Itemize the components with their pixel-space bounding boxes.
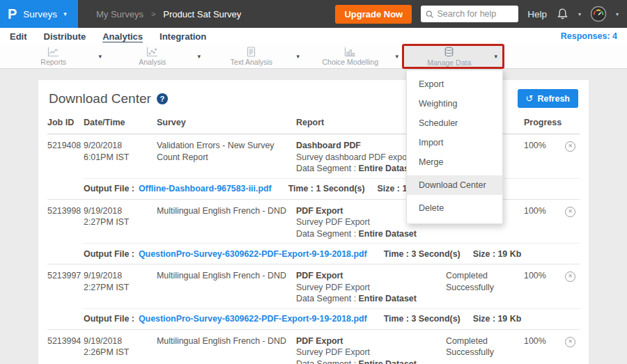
job-datetime: 9/19/2018 2:27PM IST	[84, 270, 157, 305]
job-progress: 100%	[524, 205, 560, 240]
chevron-down-icon[interactable]: ▾	[395, 53, 404, 60]
toolbar-item-manage-data[interactable]: Manage Data ▾	[404, 45, 503, 68]
tab-analytics[interactable]: Analytics	[102, 31, 143, 42]
analytics-toolbar: Reports ▾ Analysis ▾ Text Analysis ▾ Cho…	[0, 45, 627, 69]
toolbar-item-text-analysis[interactable]: Text Analysis ▾	[206, 45, 305, 68]
data-segment: Data Segment : Entire Dataset	[296, 228, 439, 240]
job-status: Completed Successfully	[446, 335, 524, 364]
toolbar-manage-data-main: Manage Data	[404, 45, 494, 68]
table-row: 5213997 9/19/2018 2:27PM IST Multilingua…	[47, 264, 580, 330]
job-progress: 100%	[524, 335, 560, 364]
data-segment: Data Segment : Entire Dataset	[296, 358, 439, 364]
job-output-row: Output File : QuestionPro-Survey-6309622…	[84, 309, 580, 329]
output-file-link[interactable]: QuestionPro-Survey-6309622-PDF-Export-9-…	[139, 314, 367, 324]
toolbar-item-choice-modelling[interactable]: Choice Modelling ▾	[305, 45, 404, 68]
main-content: Download Center ? ↺ Refresh Job ID Date/…	[0, 69, 627, 364]
job-id: 5213994	[47, 335, 84, 364]
cancel-job-icon[interactable]	[565, 141, 575, 152]
questionpro-app: P Surveys ▾ My Surveys > Product Sat Sur…	[0, 0, 627, 364]
breadcrumb-my-surveys[interactable]: My Surveys	[96, 9, 144, 19]
help-question-icon[interactable]: ?	[157, 93, 168, 104]
toolbar-label: Reports	[40, 58, 66, 66]
header-job-id: Job ID	[47, 118, 84, 127]
help-link[interactable]: Help	[527, 9, 547, 19]
chevron-down-icon[interactable]: ▾	[578, 11, 581, 17]
bar-chart-icon	[344, 47, 356, 57]
job-datetime: 9/20/2018 6:01PM IST	[84, 140, 157, 175]
surveys-menu-label: Surveys	[23, 9, 57, 19]
upgrade-now-button[interactable]: Upgrade Now	[335, 5, 412, 24]
menu-item-delete[interactable]: Delete	[407, 198, 502, 218]
output-file-link[interactable]: QuestionPro-Survey-6309622-PDF-Export-9-…	[139, 249, 367, 259]
job-main-row: 5213994 9/19/2018 2:26PM IST Multilingua…	[47, 330, 580, 364]
questionpro-logo: P	[8, 7, 17, 21]
toolbar-label: Manage Data	[427, 58, 471, 67]
menu-item-merge[interactable]: Merge	[407, 152, 502, 172]
toolbar-item-analysis[interactable]: Analysis ▾	[107, 45, 206, 68]
output-file-link[interactable]: Offline-Dashboard-967583-iii.pdf	[139, 184, 272, 193]
refresh-label: Refresh	[537, 94, 570, 104]
cancel-job-icon[interactable]	[565, 271, 575, 282]
tab-integration[interactable]: Integration	[160, 31, 206, 42]
job-survey: Multilingual English French - DND	[157, 335, 296, 364]
menu-item-export[interactable]: Export	[407, 74, 502, 94]
job-datetime: 9/19/2018 2:26PM IST	[84, 335, 157, 364]
data-segment-label: Data Segment :	[296, 294, 359, 303]
output-time: Time : 3 Second(s)	[384, 249, 460, 259]
job-status: Completed Successfully	[446, 270, 524, 305]
toolbar-label: Choice Modelling	[322, 58, 378, 66]
output-file-label: Output File :	[84, 184, 134, 193]
toolbar-reports-main: Reports	[8, 45, 98, 68]
menu-item-weighting[interactable]: Weighting	[407, 94, 502, 113]
page-title: Download Center	[49, 91, 151, 106]
toolbar-label: Analysis	[139, 58, 166, 66]
database-icon	[443, 47, 455, 58]
report-title: PDF Export	[296, 335, 439, 347]
header-progress: Progress	[524, 118, 560, 127]
job-datetime: 9/19/2018 2:27PM IST	[84, 205, 157, 240]
job-progress: 100%	[524, 270, 560, 305]
data-segment-label: Data Segment :	[296, 359, 359, 364]
output-size: Size : 19 Kb	[473, 249, 522, 259]
output-size: Size : 19 Kb	[473, 314, 522, 324]
chevron-down-icon[interactable]: ▾	[296, 53, 305, 60]
toolbar-item-reports[interactable]: Reports ▾	[8, 45, 107, 68]
job-id: 5213997	[47, 270, 84, 305]
cancel-job-icon[interactable]	[565, 207, 575, 217]
topbar-right: Upgrade Now Help ▾ ▾	[335, 5, 627, 24]
data-segment-value: Entire Dataset	[359, 229, 417, 239]
breadcrumb: My Surveys > Product Sat Survey	[96, 9, 241, 19]
chevron-down-icon[interactable]: ▾	[616, 11, 619, 17]
download-center-card: Download Center ? ↺ Refresh Job ID Date/…	[38, 80, 589, 364]
search-input[interactable]	[438, 9, 514, 19]
tab-edit[interactable]: Edit	[10, 31, 27, 42]
chevron-down-icon[interactable]: ▾	[494, 53, 503, 60]
chevron-down-icon: ▾	[63, 10, 67, 17]
cancel-job-icon[interactable]	[565, 337, 575, 347]
chevron-down-icon[interactable]: ▾	[98, 53, 107, 60]
menu-item-import[interactable]: Import	[407, 133, 502, 152]
report-description: Survey PDF Export	[296, 347, 439, 358]
job-survey: Multilingual English French - DND	[157, 205, 296, 240]
header-survey: Survey	[157, 118, 296, 127]
manage-data-dropdown: Export Weighting Scheduler Import Merge …	[406, 70, 503, 224]
scatter-chart-icon	[146, 47, 158, 57]
survey-nav: Edit Distribute Analytics Integration Re…	[0, 28, 627, 45]
data-segment-label: Data Segment :	[296, 229, 359, 239]
tab-distribute[interactable]: Distribute	[44, 31, 86, 42]
toolbar-choice-modelling-main: Choice Modelling	[305, 45, 395, 68]
refresh-button[interactable]: ↺ Refresh	[518, 89, 578, 108]
data-segment-value: Entire Dataset	[359, 294, 417, 303]
chevron-down-icon[interactable]: ▾	[197, 53, 206, 60]
notification-bell-icon[interactable]	[556, 8, 569, 21]
job-survey: Multilingual English French - DND	[157, 270, 296, 305]
output-time: Time : 3 Second(s)	[384, 314, 460, 324]
text-document-icon	[245, 47, 257, 57]
menu-item-scheduler[interactable]: Scheduler	[407, 113, 502, 133]
search-icon	[426, 10, 433, 19]
surveys-product-menu[interactable]: P Surveys ▾	[0, 0, 78, 28]
line-chart-icon	[47, 47, 59, 57]
menu-item-download-center[interactable]: Download Center	[407, 175, 502, 195]
user-gauge-avatar[interactable]	[590, 6, 607, 22]
data-segment: Data Segment : Entire Dataset	[296, 293, 439, 305]
